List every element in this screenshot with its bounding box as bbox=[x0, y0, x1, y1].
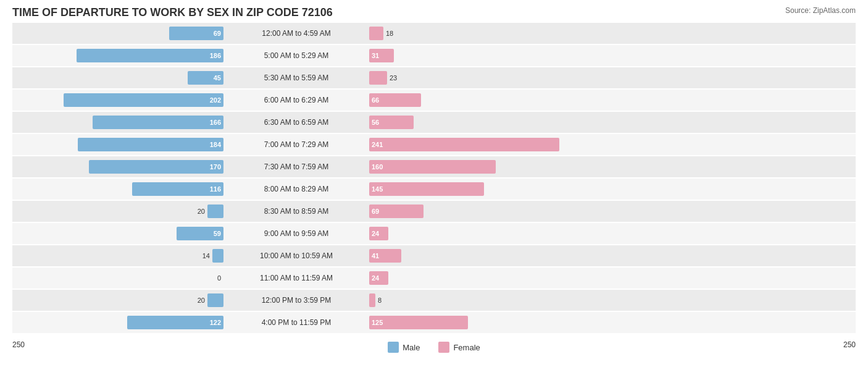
male-value-outside: 20 bbox=[198, 208, 205, 215]
time-label: 6:00 AM to 6:29 AM bbox=[228, 96, 364, 104]
female-value: 125 bbox=[369, 319, 385, 326]
bar-female bbox=[369, 293, 375, 307]
male-value: 184 bbox=[207, 141, 223, 148]
table-row: 599:00 AM to 9:59 AM24 bbox=[12, 223, 856, 244]
axis-label-right: 250 bbox=[843, 340, 856, 349]
table-row: 2012:00 PM to 3:59 PM8 bbox=[12, 290, 856, 311]
female-value: 241 bbox=[369, 141, 385, 148]
time-label: 11:00 AM to 11:59 AM bbox=[228, 274, 364, 282]
time-label: 5:00 AM to 5:29 AM bbox=[228, 51, 364, 60]
table-row: 1168:00 AM to 8:29 AM145 bbox=[12, 179, 856, 200]
bar-male: 186 bbox=[77, 49, 223, 62]
bar-female: 24 bbox=[369, 227, 388, 240]
bar-male: 184 bbox=[78, 138, 223, 151]
female-value: 145 bbox=[369, 185, 385, 193]
table-row: 1666:30 AM to 6:59 AM56 bbox=[12, 112, 856, 133]
time-label: 8:00 AM to 8:29 AM bbox=[228, 185, 364, 193]
female-value-outside: 23 bbox=[390, 74, 397, 82]
legend-label-female: Female bbox=[453, 343, 480, 352]
bar-female: 160 bbox=[369, 160, 496, 174]
legend-box-male bbox=[388, 342, 399, 353]
bar-female bbox=[369, 27, 383, 40]
legend-box-female bbox=[438, 342, 449, 353]
bar-female: 125 bbox=[369, 316, 468, 329]
time-label: 8:30 AM to 8:59 AM bbox=[228, 207, 364, 216]
time-label: 5:30 AM to 5:59 AM bbox=[228, 74, 364, 82]
bar-male bbox=[212, 249, 223, 263]
female-value: 69 bbox=[369, 208, 382, 215]
bar-male: 170 bbox=[89, 160, 223, 174]
footer-row: 250 Male Female 250 bbox=[12, 337, 856, 353]
table-row: 1707:30 AM to 7:59 AM160 bbox=[12, 156, 856, 177]
female-value: 56 bbox=[369, 119, 382, 126]
bar-female: 31 bbox=[369, 49, 394, 62]
table-row: 208:30 AM to 8:59 AM69 bbox=[12, 201, 856, 222]
time-label: 9:00 AM to 9:59 AM bbox=[228, 229, 364, 238]
legend-item-female: Female bbox=[438, 342, 480, 353]
bar-male: 202 bbox=[64, 93, 223, 107]
bar-female: 69 bbox=[369, 205, 424, 218]
table-row: 1847:00 AM to 7:29 AM241 bbox=[12, 134, 856, 155]
time-label: 4:00 PM to 11:59 PM bbox=[228, 318, 364, 327]
chart-area: 6912:00 AM to 4:59 AM181865:00 AM to 5:2… bbox=[12, 23, 856, 333]
male-value: 186 bbox=[207, 52, 223, 59]
female-value: 31 bbox=[369, 52, 382, 59]
female-value: 24 bbox=[369, 230, 382, 237]
bar-male: 116 bbox=[132, 182, 223, 196]
bar-male bbox=[207, 205, 223, 218]
bar-male: 45 bbox=[188, 71, 223, 85]
female-value: 66 bbox=[369, 96, 382, 104]
bar-male bbox=[207, 293, 223, 307]
male-value: 69 bbox=[211, 30, 223, 37]
female-value-outside: 8 bbox=[378, 297, 382, 304]
bar-female: 241 bbox=[369, 138, 559, 151]
male-value: 45 bbox=[211, 74, 223, 82]
bar-female: 66 bbox=[369, 93, 421, 107]
bar-male: 69 bbox=[169, 27, 223, 40]
bar-female: 145 bbox=[369, 182, 484, 196]
time-label: 10:00 AM to 10:59 AM bbox=[228, 251, 364, 260]
female-value: 160 bbox=[369, 163, 385, 171]
female-value-outside: 18 bbox=[386, 30, 393, 37]
chart-title: TIME OF DEPARTURE TO WORK BY SEX IN ZIP … bbox=[12, 6, 856, 19]
table-row: 1224:00 PM to 11:59 PM125 bbox=[12, 312, 856, 333]
time-label: 12:00 PM to 3:59 PM bbox=[228, 296, 364, 305]
female-value: 41 bbox=[369, 252, 382, 259]
table-row: 1865:00 AM to 5:29 AM31 bbox=[12, 45, 856, 66]
bar-female: 41 bbox=[369, 249, 401, 263]
male-value: 170 bbox=[207, 163, 223, 171]
table-row: 6912:00 AM to 4:59 AM18 bbox=[12, 23, 856, 44]
female-value: 24 bbox=[369, 274, 382, 282]
time-label: 7:30 AM to 7:59 AM bbox=[228, 162, 364, 171]
male-value: 202 bbox=[207, 96, 223, 104]
bar-female: 56 bbox=[369, 116, 414, 129]
table-row: 455:30 AM to 5:59 AM23 bbox=[12, 67, 856, 88]
bar-male: 122 bbox=[127, 316, 223, 329]
table-row: 1410:00 AM to 10:59 AM41 bbox=[12, 245, 856, 266]
time-label: 7:00 AM to 7:29 AM bbox=[228, 140, 364, 149]
male-value: 59 bbox=[211, 230, 223, 237]
chart-container: TIME OF DEPARTURE TO WORK BY SEX IN ZIP … bbox=[0, 0, 868, 367]
legend-item-male: Male bbox=[388, 342, 420, 353]
male-value-outside: 20 bbox=[198, 297, 205, 304]
source-text: Source: ZipAtlas.com bbox=[785, 6, 856, 15]
time-label: 6:30 AM to 6:59 AM bbox=[228, 118, 364, 127]
male-value: 166 bbox=[207, 119, 223, 126]
bar-male: 166 bbox=[93, 116, 223, 129]
table-row: 011:00 AM to 11:59 AM24 bbox=[12, 268, 856, 289]
bar-female: 24 bbox=[369, 271, 388, 285]
table-row: 2026:00 AM to 6:29 AM66 bbox=[12, 90, 856, 111]
male-value-outside: 14 bbox=[202, 252, 210, 259]
legend-label-male: Male bbox=[403, 343, 420, 352]
bar-female bbox=[369, 71, 387, 85]
male-value: 122 bbox=[207, 319, 223, 326]
axis-label-left: 250 bbox=[12, 340, 25, 349]
legend: Male Female bbox=[388, 342, 480, 353]
time-label: 12:00 AM to 4:59 AM bbox=[228, 29, 364, 38]
bar-male: 59 bbox=[177, 227, 223, 240]
male-value: 116 bbox=[207, 185, 223, 193]
male-value-zero: 0 bbox=[217, 274, 221, 282]
